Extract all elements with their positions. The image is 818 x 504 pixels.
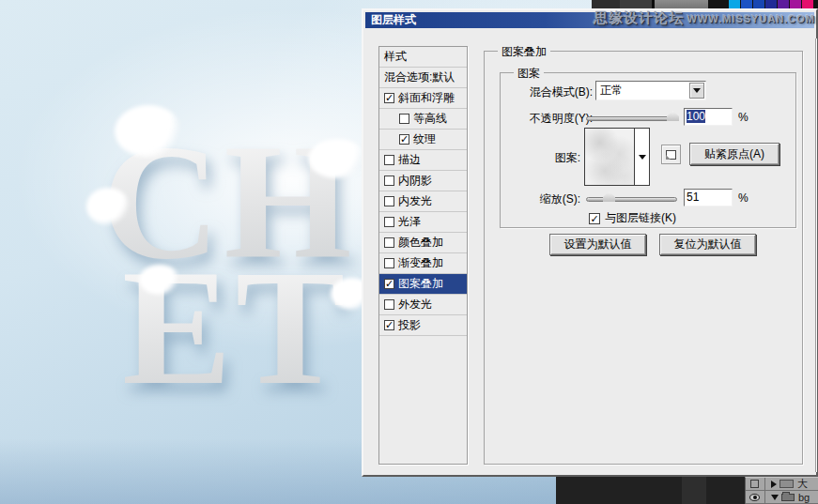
checkbox[interactable]	[384, 299, 394, 310]
styles-list: 样式 混合选项:默认 ✓ 斜面和浮雕 等高线 ✓ 纹理 描边 内阴影 内发光	[378, 46, 468, 465]
styles-item-texture[interactable]: ✓ 纹理	[379, 130, 467, 150]
pattern-dropdown-button[interactable]	[634, 129, 649, 185]
checkbox[interactable]: ✓	[384, 279, 394, 289]
workspace-pasteboard	[556, 477, 745, 504]
snap-to-origin-button[interactable]: 贴紧原点(A)	[689, 143, 779, 165]
layer-row[interactable]: bg	[746, 491, 818, 504]
blend-mode-value: 正常	[596, 83, 689, 99]
layer-style-dialog: 图层样式 样式 混合选项:默认 ✓ 斜面和浮雕 等高线 ✓ 纹理 描边 内阴影	[362, 8, 818, 477]
collapse-arrow-icon[interactable]	[771, 481, 777, 488]
pasteboard-strip	[682, 477, 706, 504]
blend-mode-select[interactable]: 正常	[595, 81, 706, 100]
checkbox[interactable]	[384, 176, 394, 186]
opacity-value: 100	[687, 110, 705, 123]
panel-divider	[764, 491, 765, 503]
expand-arrow-icon[interactable]	[771, 495, 779, 500]
checkbox[interactable]	[384, 217, 394, 227]
new-preset-icon	[666, 150, 676, 160]
dialog-right-divider	[815, 38, 816, 472]
checkbox[interactable]	[384, 155, 394, 165]
pattern-label: 图案:	[501, 150, 580, 166]
styles-item-satin[interactable]: 光泽	[379, 212, 467, 233]
styles-item-gradient-overlay[interactable]: 渐变叠加	[379, 253, 467, 274]
opacity-input[interactable]: 100	[684, 108, 733, 126]
styles-item-inner-shadow[interactable]: 内阴影	[379, 171, 467, 191]
group-thumbnail[interactable]	[779, 480, 794, 488]
pattern-picker[interactable]	[584, 128, 650, 186]
styles-item-blending-options[interactable]: 混合选项:默认	[379, 68, 467, 88]
scale-input[interactable]: 51	[684, 189, 733, 206]
pattern-overlay-group: 图案叠加 图案 混合模式(B): 正常 不透明度(Y): 100 % 图案:	[484, 51, 803, 465]
snow-blob	[86, 188, 130, 225]
set-as-default-button[interactable]: 设置为默认值	[549, 234, 646, 255]
opacity-label: 不透明度(Y):	[501, 111, 593, 127]
reset-to-default-button[interactable]: 复位为默认值	[659, 234, 756, 255]
pattern-group: 图案 混合模式(B): 正常 不透明度(Y): 100 % 图案:	[500, 72, 796, 228]
link-column-cell[interactable]	[750, 480, 759, 488]
styles-item-inner-glow[interactable]: 内发光	[379, 191, 467, 212]
checkbox[interactable]: ✓	[384, 93, 394, 103]
checkbox[interactable]	[384, 237, 394, 248]
watermark-site-url: WWW.MISSYUAN.COM	[687, 13, 815, 24]
folder-icon	[781, 494, 795, 501]
checkbox[interactable]	[384, 258, 394, 268]
blend-mode-label: 混合模式(B):	[501, 84, 593, 100]
chevron-down-icon	[639, 155, 646, 160]
link-with-layer-checkbox[interactable]: ✓ 与图层链接(K)	[589, 210, 676, 226]
scale-value: 51	[687, 191, 699, 204]
opacity-slider-track[interactable]	[586, 116, 677, 121]
styles-item-pattern-overlay[interactable]: ✓ 图案叠加	[379, 274, 467, 295]
scale-slider-track[interactable]	[586, 197, 677, 202]
blend-mode-dropdown-button[interactable]	[689, 83, 704, 99]
checkbox[interactable]	[384, 196, 394, 206]
layers-panel: 大 bg	[745, 477, 818, 504]
chevron-down-icon	[693, 88, 701, 93]
watermark-site-name: 思缘设计论坛	[594, 9, 684, 25]
visibility-eye-icon[interactable]	[749, 494, 760, 501]
layer-group-name: 大	[797, 477, 808, 491]
styles-item-bevel-emboss[interactable]: ✓ 斜面和浮雕	[379, 88, 467, 109]
styles-item-drop-shadow[interactable]: ✓ 投影	[379, 315, 467, 336]
checkbox[interactable]	[399, 114, 409, 124]
styles-item-outer-glow[interactable]: 外发光	[379, 295, 467, 315]
styles-list-header: 样式	[379, 47, 467, 68]
group-title: 图案叠加	[498, 44, 550, 60]
checkbox[interactable]: ✓	[399, 134, 409, 145]
styles-item-color-overlay[interactable]: 颜色叠加	[379, 233, 467, 253]
scale-label: 缩放(S):	[501, 191, 580, 207]
layer-name: bg	[798, 492, 810, 503]
checkbox[interactable]: ✓	[589, 213, 600, 224]
inner-group-title: 图案	[514, 66, 544, 82]
snow-blob	[139, 265, 180, 295]
dialog-title: 图层样式	[371, 13, 416, 26]
new-pattern-preset-button[interactable]	[661, 145, 681, 164]
link-with-layer-label: 与图层链接(K)	[605, 210, 676, 226]
checkbox[interactable]: ✓	[384, 320, 394, 330]
scale-unit: %	[738, 191, 749, 205]
snow-blob	[115, 105, 182, 158]
pattern-thumbnail[interactable]	[585, 129, 634, 185]
scale-slider-thumb[interactable]	[603, 191, 615, 202]
styles-item-contour[interactable]: 等高线	[379, 109, 467, 130]
layer-group-row[interactable]: 大	[746, 478, 818, 491]
watermark: 思缘设计论坛 WWW.MISSYUAN.COM	[594, 9, 815, 27]
snow-blob	[308, 139, 366, 178]
opacity-slider-thumb[interactable]	[667, 111, 679, 121]
panel-divider	[764, 478, 765, 490]
opacity-unit: %	[738, 111, 749, 124]
styles-item-stroke[interactable]: 描边	[379, 150, 467, 171]
